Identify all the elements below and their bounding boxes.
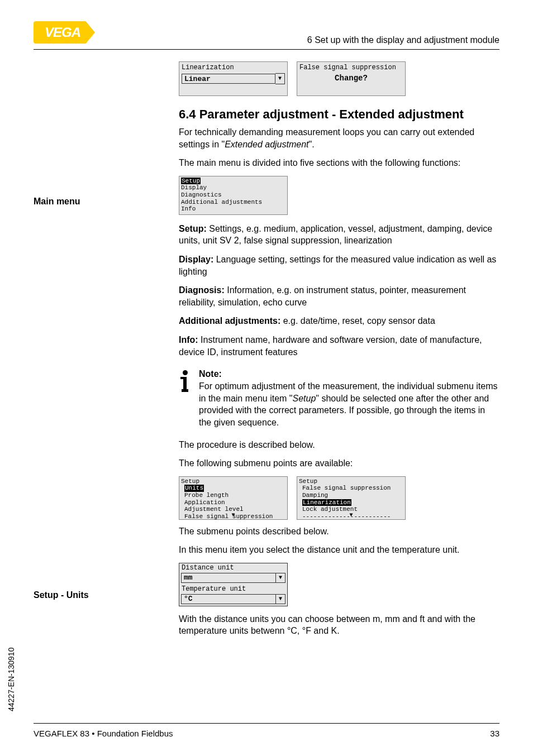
- lcd-false-signal: False signal suppression Change?: [297, 61, 406, 96]
- menu-diagnostics[interactable]: Diagnostics: [181, 192, 285, 199]
- item-false-signal[interactable]: False signal suppression: [299, 485, 403, 492]
- chevron-down-icon[interactable]: ▼: [275, 573, 285, 582]
- info-icon: [179, 370, 191, 435]
- box-title: Setup: [181, 478, 285, 485]
- menu-info[interactable]: Info: [181, 205, 285, 213]
- item-units[interactable]: Units: [184, 485, 204, 492]
- addadj-desc: Additional adjustments: e.g. date/time, …: [179, 315, 499, 327]
- footer-divider: [34, 723, 499, 724]
- header-chapter-title: 6 Set up with the display and adjustment…: [307, 35, 499, 45]
- submenu-below: The submenu points described below.: [179, 525, 499, 538]
- lcd-linearization: Linearization Linear ▼: [179, 61, 288, 96]
- submenu-intro: The following submenu points are availab…: [179, 457, 499, 470]
- chevron-down-icon[interactable]: ▼: [231, 512, 235, 519]
- section-intro: For technically demanding measurement lo…: [179, 126, 499, 150]
- menu-setup[interactable]: Setup: [181, 178, 201, 185]
- main-menu-text: The main menu is divided into five secti…: [179, 157, 499, 169]
- page-number: 33: [490, 729, 499, 738]
- chevron-down-icon[interactable]: ▼: [349, 512, 353, 519]
- diagnosis-desc: Diagnosis: Information, e.g. on instrume…: [179, 284, 499, 308]
- item-application[interactable]: Application: [181, 499, 285, 506]
- units-explain: With the distance units you can choose b…: [179, 613, 499, 637]
- side-label-main-menu: Main menu: [34, 197, 145, 207]
- note-text: For optimum adjustment of the measuremen…: [199, 380, 499, 428]
- procedure-text: The procedure is described below.: [179, 439, 499, 451]
- brand-logo: VEGA: [34, 21, 95, 44]
- display-desc: Display: Language setting, settings for …: [179, 253, 499, 277]
- side-label-setup-units: Setup - Units: [34, 590, 145, 600]
- lcd-setup-b: Setup False signal suppression Damping L…: [297, 476, 406, 520]
- setup-units-text: In this menu item you select the distanc…: [179, 544, 499, 556]
- change-prompt[interactable]: Change?: [299, 74, 403, 83]
- section-heading: 6.4 Parameter adjustment - Extended adju…: [179, 107, 499, 122]
- item-damping[interactable]: Damping: [299, 492, 403, 499]
- linearization-value[interactable]: Linear: [182, 74, 275, 84]
- setup-desc: Setup: Settings, e.g. medium, applicatio…: [179, 223, 499, 247]
- box-title: Setup: [299, 478, 403, 485]
- distance-unit-value[interactable]: mm: [182, 573, 275, 582]
- lcd-setup-a: Setup Units Probe length Application Adj…: [179, 476, 288, 520]
- doc-id: 44227-EN-130910: [7, 648, 16, 711]
- item-linearization[interactable]: Linearization: [302, 499, 351, 506]
- lcd-units: Distance unit mm ▼ Temperature unit °C ▼: [179, 563, 288, 606]
- menu-additional[interactable]: Additional adjustments: [181, 199, 285, 206]
- note-label: Note:: [199, 369, 499, 379]
- chevron-down-icon[interactable]: ▼: [275, 595, 285, 604]
- brand-text: VEGA: [45, 25, 80, 40]
- distance-unit-label: Distance unit: [179, 563, 287, 572]
- footer-product: VEGAFLEX 83 • Foundation Fieldbus: [34, 729, 173, 738]
- menu-display[interactable]: Display: [181, 184, 285, 192]
- lcd-title: False signal suppression: [299, 64, 403, 71]
- chevron-down-icon[interactable]: ▼: [275, 73, 285, 84]
- lcd-main-menu: Setup Display Diagnostics Additional adj…: [179, 176, 288, 215]
- info-desc: Info: Instrument name, hardware and soft…: [179, 334, 499, 358]
- temperature-unit-label: Temperature unit: [179, 585, 287, 594]
- lcd-title: Linearization: [182, 64, 285, 71]
- temperature-unit-value[interactable]: °C: [182, 595, 275, 603]
- header-divider: [34, 49, 499, 50]
- item-probe-length[interactable]: Probe length: [181, 492, 285, 499]
